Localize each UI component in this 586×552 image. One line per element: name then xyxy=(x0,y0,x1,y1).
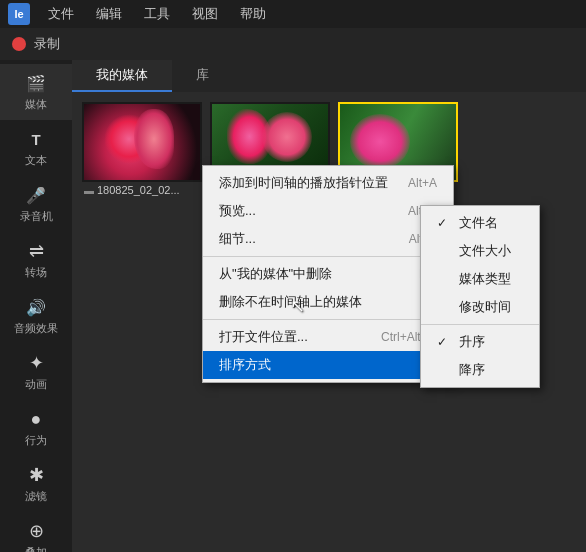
overlay-icon: ⊕ xyxy=(25,520,47,542)
sub-item-ascending[interactable]: ✓ 升序 xyxy=(421,328,539,356)
ctx-preview[interactable]: 预览... Alt+P xyxy=(203,197,453,225)
sidebar-item-text[interactable]: T 文本 xyxy=(0,120,72,176)
sub-item-modtime[interactable]: 修改时间 xyxy=(421,293,539,321)
sidebar-label-media: 媒体 xyxy=(25,97,47,112)
sub-item-filename[interactable]: ✓ 文件名 xyxy=(421,209,539,237)
record-bar: 录制 xyxy=(0,28,586,60)
sidebar-label-behavior: 行为 xyxy=(25,433,47,448)
ctx-add-to-timeline[interactable]: 添加到时间轴的播放指针位置 Alt+A xyxy=(203,169,453,197)
tab-my-media[interactable]: 我的媒体 xyxy=(72,60,172,92)
main-layout: 🎬 媒体 T 文本 🎤 录音机 ⇌ 转场 🔊 音频效果 ✦ 动画 ● 行为 ✱ xyxy=(0,60,586,552)
menu-help[interactable]: 帮助 xyxy=(230,2,276,26)
media-label-1: ▬ 180825_02_02... xyxy=(82,182,202,198)
sidebar-item-behavior[interactable]: ● 行为 xyxy=(0,400,72,456)
media-thumb-1 xyxy=(82,102,202,182)
sub-item-mediatype[interactable]: 媒体类型 xyxy=(421,265,539,293)
sidebar-label-overlay: 叠加 xyxy=(25,545,47,552)
sidebar-item-media[interactable]: 🎬 媒体 xyxy=(0,64,72,120)
sidebar-label-animation: 动画 xyxy=(25,377,47,392)
sidebar-item-overlay[interactable]: ⊕ 叠加 xyxy=(0,512,72,552)
ctx-separator-1 xyxy=(203,256,453,257)
sub-item-descending[interactable]: 降序 xyxy=(421,356,539,384)
ctx-separator-2 xyxy=(203,319,453,320)
record-dot xyxy=(12,37,26,51)
context-menu: 添加到时间轴的播放指针位置 Alt+A 预览... Alt+P 细节... Al… xyxy=(202,165,454,383)
content-area: 我的媒体 库 ▬ 180825_02_02... ▬ xyxy=(72,60,586,552)
ctx-open-location[interactable]: 打开文件位置... Ctrl+Alt+O xyxy=(203,323,453,351)
sidebar: 🎬 媒体 T 文本 🎤 录音机 ⇌ 转场 🔊 音频效果 ✦ 动画 ● 行为 ✱ xyxy=(0,60,72,552)
menu-tools[interactable]: 工具 xyxy=(134,2,180,26)
audio-icon: 🔊 xyxy=(25,296,47,318)
sidebar-item-transition[interactable]: ⇌ 转场 xyxy=(0,232,72,288)
ctx-remove-unused[interactable]: 删除不在时间轴上的媒体 xyxy=(203,288,453,316)
check-filename: ✓ xyxy=(437,216,453,230)
ctx-sort-by[interactable]: 排序方式 ▶ xyxy=(203,351,453,379)
check-ascending: ✓ xyxy=(437,335,453,349)
media-type-icon-1: ▬ xyxy=(84,185,94,196)
behavior-icon: ● xyxy=(25,408,47,430)
check-descending xyxy=(437,363,453,377)
sidebar-item-filter[interactable]: ✱ 滤镜 xyxy=(0,456,72,512)
menu-view[interactable]: 视图 xyxy=(182,2,228,26)
sidebar-item-audio[interactable]: 🔊 音频效果 xyxy=(0,288,72,344)
record-label: 录制 xyxy=(34,35,60,53)
filter-icon: ✱ xyxy=(25,464,47,486)
tab-library[interactable]: 库 xyxy=(172,60,233,92)
sub-context-menu: ✓ 文件名 文件大小 媒体类型 修改时间 ✓ 升序 降 xyxy=(420,205,540,388)
sidebar-label-filter: 滤镜 xyxy=(25,489,47,504)
ctx-shortcut-add: Alt+A xyxy=(408,176,437,190)
check-modtime xyxy=(437,300,453,314)
sidebar-label-text: 文本 xyxy=(25,153,47,168)
check-filesize xyxy=(437,244,453,258)
text-icon: T xyxy=(25,128,47,150)
transition-icon: ⇌ xyxy=(25,240,47,262)
mic-icon: 🎤 xyxy=(25,184,47,206)
menu-edit[interactable]: 编辑 xyxy=(86,2,132,26)
sidebar-label-audio: 音频效果 xyxy=(14,321,58,336)
ctx-remove-from-media[interactable]: 从"我的媒体"中删除 Del xyxy=(203,260,453,288)
tab-bar: 我的媒体 库 xyxy=(72,60,586,92)
menu-file[interactable]: 文件 xyxy=(38,2,84,26)
sub-separator xyxy=(421,324,539,325)
sidebar-item-mic[interactable]: 🎤 录音机 xyxy=(0,176,72,232)
menu-bar: Ie 文件 编辑 工具 视图 帮助 xyxy=(0,0,586,28)
sub-item-filesize[interactable]: 文件大小 xyxy=(421,237,539,265)
app-icon: Ie xyxy=(8,3,30,25)
sidebar-item-animation[interactable]: ✦ 动画 xyxy=(0,344,72,400)
animation-icon: ✦ xyxy=(25,352,47,374)
check-mediatype xyxy=(437,272,453,286)
media-icon: 🎬 xyxy=(25,72,47,94)
sidebar-label-mic: 录音机 xyxy=(20,209,53,224)
media-item-1[interactable]: ▬ 180825_02_02... xyxy=(82,102,202,198)
sidebar-label-transition: 转场 xyxy=(25,265,47,280)
ctx-details[interactable]: 细节... Alt+T xyxy=(203,225,453,253)
